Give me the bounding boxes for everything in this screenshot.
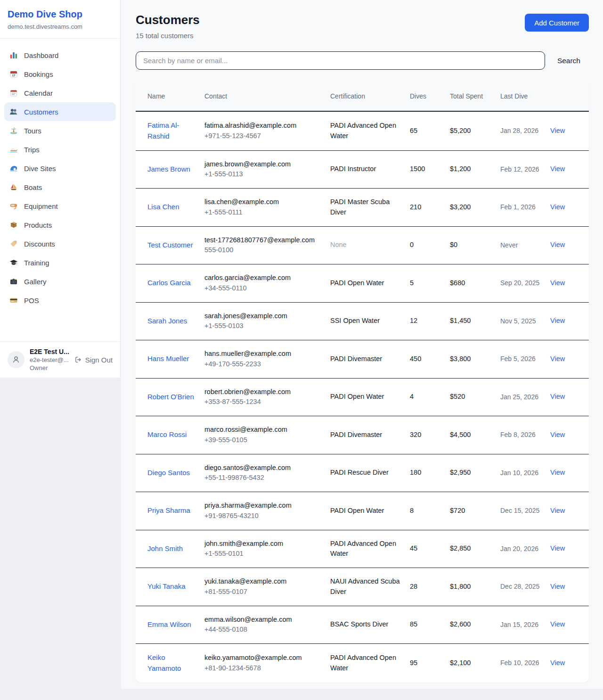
island-icon: [9, 126, 18, 135]
view-link[interactable]: View: [550, 544, 565, 552]
customer-phone: +971-55-123-4567: [204, 131, 325, 141]
customer-name-link[interactable]: Carlos Garcia: [147, 279, 191, 287]
customer-email: test-1772681807767@example.com: [204, 235, 325, 246]
customer-total-spent: $2,950: [450, 454, 500, 492]
sidebar-item-calendar[interactable]: Calendar: [4, 83, 116, 102]
view-link[interactable]: View: [550, 469, 565, 476]
customer-name-link[interactable]: Test Customer: [147, 241, 193, 249]
customer-certification: PADI Divemaster: [330, 340, 410, 379]
page-title: Customers: [136, 13, 200, 27]
sidebar-item-equipment[interactable]: Equipment: [4, 197, 116, 215]
customer-name-link[interactable]: Diego Santos: [147, 469, 190, 477]
sidebar-item-dashboard[interactable]: Dashboard: [4, 46, 116, 65]
customer-name-link[interactable]: Sarah Jones: [147, 317, 187, 325]
search-row: Search: [136, 51, 589, 70]
view-link[interactable]: View: [550, 203, 565, 211]
view-link[interactable]: View: [550, 431, 565, 438]
customer-phone: +91-98765-43210: [204, 511, 325, 521]
customer-phone: +34-555-0110: [204, 283, 325, 294]
customer-name-link[interactable]: John Smith: [147, 544, 183, 552]
customer-phone: +81-555-0107: [204, 587, 325, 597]
sidebar-item-tours[interactable]: Tours: [4, 121, 116, 140]
user-name: E2E Test U...: [30, 348, 69, 355]
table-header-row: NameContactCertificationDivesTotal Spent…: [136, 82, 589, 111]
customer-name-link[interactable]: Hans Mueller: [147, 354, 189, 362]
customers-table: NameContactCertificationDivesTotal Spent…: [136, 82, 589, 683]
search-button[interactable]: Search: [545, 57, 589, 65]
customer-email: carlos.garcia@example.com: [204, 273, 325, 283]
sidebar-item-label: Products: [24, 221, 52, 229]
view-link[interactable]: View: [550, 317, 565, 324]
customer-certification: PADI Advanced Open Water: [330, 644, 410, 683]
customer-name-link[interactable]: Priya Sharma: [147, 506, 190, 514]
bar-chart-icon: [9, 51, 18, 59]
sidebar-item-label: Trips: [24, 146, 40, 154]
sidebar-item-label: Bookings: [24, 70, 53, 78]
sidebar-item-label: Dashboard: [24, 51, 58, 59]
view-link[interactable]: View: [550, 279, 565, 287]
customer-phone: +1-555-0103: [204, 321, 325, 331]
customer-email: fatima.alrashid@example.com: [204, 121, 325, 131]
customer-total-spent: $1,200: [450, 150, 500, 189]
view-link[interactable]: View: [550, 620, 565, 628]
view-link[interactable]: View: [550, 583, 565, 590]
column-header: Total Spent: [450, 82, 500, 111]
column-header: Dives: [410, 82, 450, 111]
sidebar-item-customers[interactable]: Customers: [4, 102, 116, 121]
add-customer-button[interactable]: Add Customer: [525, 14, 589, 32]
sidebar-item-boats[interactable]: Boats: [4, 178, 116, 197]
sidebar-item-training[interactable]: Training: [4, 253, 116, 272]
view-link[interactable]: View: [550, 355, 565, 362]
customer-total-spent: $720: [450, 492, 500, 530]
customer-name-link[interactable]: Marco Rossi: [147, 430, 187, 438]
sidebar-item-trips[interactable]: Trips: [4, 140, 116, 159]
table-row: Yuki Tanakayuki.tanaka@example.com+81-55…: [136, 568, 589, 606]
sidebar-item-dive-sites[interactable]: Dive Sites: [4, 159, 116, 178]
customer-email: lisa.chen@example.com: [204, 197, 325, 207]
sidebar-item-gallery[interactable]: Gallery: [4, 272, 116, 291]
view-link[interactable]: View: [550, 127, 565, 134]
view-link[interactable]: View: [550, 507, 565, 514]
column-header: Contact: [204, 82, 330, 111]
customer-email: james.brown@example.com: [204, 159, 325, 170]
customer-total-spent: $1,800: [450, 568, 500, 606]
sidebar-item-discounts[interactable]: Discounts: [4, 234, 116, 253]
view-link[interactable]: View: [550, 165, 565, 173]
tag-icon: [9, 239, 18, 248]
customer-last-dive: Jan 15, 2026: [500, 606, 550, 644]
customer-last-dive: Feb 1, 2026: [500, 189, 550, 227]
customer-name-link[interactable]: Fatima Al-Rashid: [147, 121, 179, 140]
view-link[interactable]: View: [550, 241, 565, 248]
user-section: E2E Test U... e2e-tester@... Owner Sign …: [0, 341, 120, 378]
sidebar-item-label: Gallery: [24, 278, 47, 286]
speedboat-icon: [9, 145, 18, 154]
customer-name-link[interactable]: Robert O'Brien: [147, 393, 194, 401]
customer-phone: +39-555-0105: [204, 435, 325, 445]
customer-name-link[interactable]: Keiko Yamamoto: [147, 653, 181, 672]
view-link[interactable]: View: [550, 659, 565, 667]
customer-name-link[interactable]: Yuki Tanaka: [147, 582, 186, 590]
customer-name-link[interactable]: Emma Wilson: [147, 620, 191, 628]
view-link[interactable]: View: [550, 393, 565, 400]
shop-name: Demo Dive Shop: [8, 9, 113, 20]
table-row: Carlos Garciacarlos.garcia@example.com+3…: [136, 264, 589, 303]
customer-total-spent: $2,100: [450, 644, 500, 683]
search-input[interactable]: [136, 51, 545, 70]
customer-last-dive: Jan 20, 2026: [500, 530, 550, 568]
user-info: E2E Test U... e2e-tester@... Owner: [30, 348, 69, 371]
sign-out-button[interactable]: Sign Out: [74, 356, 113, 364]
customer-name-link[interactable]: Lisa Chen: [147, 203, 179, 211]
customer-email: priya.sharma@example.com: [204, 501, 325, 511]
table-row: Keiko Yamamotokeiko.yamamoto@example.com…: [136, 644, 589, 683]
sidebar-item-bookings[interactable]: 17Bookings: [4, 65, 116, 83]
column-header: Last Dive: [500, 82, 550, 111]
brand-block: Demo Dive Shop demo.test.divestreams.com: [0, 0, 120, 39]
customer-certification: PADI Divemaster: [330, 416, 410, 454]
customer-email: marco.rossi@example.com: [204, 425, 325, 435]
customer-dives: 45: [410, 530, 450, 568]
customer-name-link[interactable]: James Brown: [147, 165, 190, 173]
sidebar-item-pos[interactable]: POS: [4, 291, 116, 310]
table-row: John Smithjohn.smith@example.com+1-555-0…: [136, 530, 589, 568]
sidebar-item-label: Equipment: [24, 202, 58, 210]
sidebar-item-products[interactable]: Products: [4, 215, 116, 234]
